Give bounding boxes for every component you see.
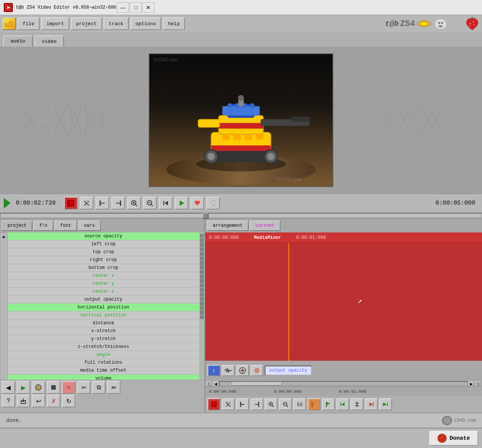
param-dot[interactable] [200, 293, 204, 296]
close-button[interactable]: ✕ [142, 2, 154, 13]
tc-mark-in[interactable] [236, 398, 249, 410]
mark-out-button[interactable] [111, 197, 125, 210]
waveform-button[interactable] [222, 365, 235, 376]
param-dot[interactable] [200, 311, 204, 314]
param-item[interactable]: distance [8, 319, 199, 327]
help-menu[interactable]: help [163, 17, 185, 30]
left-tab-vars[interactable]: vars [78, 220, 101, 231]
param-item[interactable]: angle [8, 351, 199, 359]
cut-button[interactable] [80, 197, 93, 210]
param-item[interactable]: top crop [8, 248, 199, 256]
import-btn[interactable] [17, 395, 30, 407]
refresh-button[interactable]: ↻ [62, 395, 75, 407]
target-button[interactable] [236, 365, 249, 376]
tc-zoom-out[interactable] [279, 398, 292, 410]
param-dot[interactable] [200, 270, 204, 274]
step-back-button[interactable]: ◀ [2, 381, 15, 394]
param-dot[interactable] [200, 261, 204, 265]
go-start-button[interactable] [159, 197, 172, 210]
zoom-out-button[interactable] [143, 197, 157, 210]
options-menu[interactable]: options [130, 17, 162, 30]
param-item[interactable]: horizontal position [8, 304, 199, 311]
circle-button[interactable] [32, 381, 45, 394]
project-menu[interactable]: project [71, 17, 102, 30]
param-item[interactable]: media time offset [8, 367, 199, 375]
left-scroll-button[interactable]: ▲ [0, 232, 8, 380]
param-dot[interactable] [200, 243, 204, 247]
param-item[interactable]: y-stretch [8, 335, 199, 343]
param-dot[interactable] [200, 302, 204, 305]
loop-button[interactable] [206, 197, 220, 210]
tc-arrow-left[interactable] [336, 398, 349, 410]
param-dot[interactable] [200, 275, 204, 278]
param-item[interactable]: volume [8, 375, 199, 380]
tc-zoom-in[interactable] [265, 398, 278, 410]
param-item[interactable]: bottom crop [8, 264, 199, 272]
left-tab-font[interactable]: font [54, 220, 77, 231]
zoom-in-button[interactable] [127, 197, 141, 210]
param-dot[interactable] [200, 284, 204, 287]
param-dot[interactable] [200, 297, 204, 301]
param-dot[interactable] [200, 234, 204, 238]
left-tab-fx[interactable]: f/x [33, 220, 53, 231]
tc-cut-button[interactable] [222, 398, 235, 410]
param-item[interactable]: center z [8, 288, 199, 296]
tc-record-button[interactable] [207, 398, 220, 410]
param-item[interactable]: source opacity [8, 232, 199, 240]
info-button[interactable]: i [207, 365, 220, 376]
param-dot[interactable] [200, 238, 204, 242]
scroll-thumb[interactable] [232, 382, 282, 386]
scroll-right-end[interactable]: ⟩⟩ [475, 381, 481, 386]
scrubber-track[interactable] [0, 213, 482, 218]
param-dot[interactable] [200, 315, 204, 319]
donate-button[interactable]: Donate [429, 431, 478, 446]
right-tab-current[interactable]: current [249, 220, 280, 231]
remove-button[interactable]: ✗ [47, 395, 60, 407]
scroll-left-start[interactable]: ⟨⟨ [206, 381, 212, 386]
maximize-button[interactable]: □ [130, 2, 142, 13]
play-button[interactable] [175, 197, 188, 210]
scrubber-thumb[interactable] [203, 213, 209, 219]
tc-green-flag[interactable] [322, 398, 335, 410]
param-dot[interactable] [200, 252, 204, 256]
delete-button[interactable]: ✕ [62, 381, 75, 394]
tc-flag-button[interactable] [308, 398, 320, 410]
scroll-right[interactable]: ▶ [468, 381, 474, 386]
record-button[interactable] [64, 197, 78, 210]
tab-video[interactable]: video [34, 35, 64, 47]
scroll-track[interactable] [220, 381, 468, 386]
param-dot[interactable] [200, 266, 204, 269]
edit-button[interactable]: ✏ [107, 381, 120, 394]
param-item[interactable]: vertical position [8, 311, 199, 319]
play-green-button[interactable]: ▶ [17, 381, 30, 394]
param-item[interactable]: full rotations [8, 359, 199, 367]
file-folder-icon[interactable] [2, 17, 16, 30]
param-item[interactable]: z-stretch/thickness [8, 343, 199, 351]
minimize-button[interactable]: — [117, 2, 129, 13]
param-item[interactable]: right crop [8, 256, 199, 264]
param-item[interactable]: output opacity [8, 296, 199, 304]
left-tab-project[interactable]: project [2, 220, 32, 231]
tc-center-button[interactable] [351, 398, 363, 410]
mark-in-button[interactable] [96, 197, 109, 210]
param-item[interactable]: left crop [8, 240, 199, 248]
param-dot[interactable] [200, 257, 204, 260]
tc-arrow-right[interactable] [365, 398, 378, 410]
settings-button[interactable] [250, 365, 263, 376]
tc-split-button[interactable] [293, 398, 306, 410]
param-item[interactable]: x-stretch [8, 327, 199, 335]
scissors-button[interactable]: ✂ [77, 381, 90, 394]
timeline-content[interactable]: ↗ [205, 243, 482, 361]
param-dot[interactable] [200, 288, 204, 292]
param-dot[interactable] [200, 248, 204, 251]
tc-last-button[interactable] [379, 398, 392, 410]
track-menu[interactable]: track [104, 17, 129, 30]
tab-audio[interactable]: audio [3, 35, 33, 47]
param-item[interactable]: center x [8, 272, 199, 280]
import-menu[interactable]: import [41, 17, 69, 30]
right-tab-arrangement[interactable]: arrangement [207, 220, 249, 231]
undo-button[interactable]: ↩ [32, 395, 45, 407]
copy-button[interactable]: ⧉ [92, 381, 105, 394]
bookmark-button[interactable] [191, 197, 204, 210]
scroll-left[interactable]: ◀ [213, 381, 219, 386]
